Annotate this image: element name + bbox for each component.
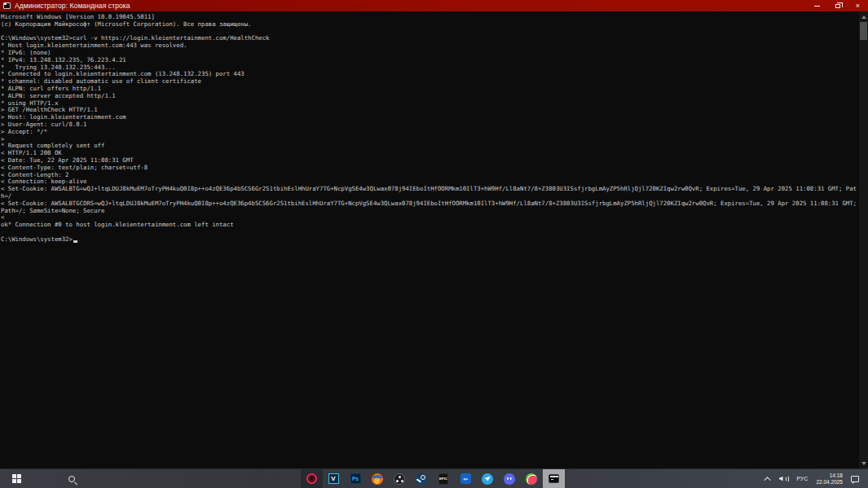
cmd-window-icon[interactable] <box>3 2 11 9</box>
language-indicator[interactable]: РУС <box>793 469 813 488</box>
windows-start-icon <box>12 474 21 483</box>
volume-button[interactable] <box>775 469 793 488</box>
close-icon: × <box>856 2 860 10</box>
cmd-window: Администратор: Командная строка × Micros… <box>0 0 868 468</box>
console-line <box>1 229 857 236</box>
console-line: > Accept: */* <box>1 129 857 136</box>
search-button[interactable] <box>55 469 88 488</box>
console-line: > GET /HealthCheck HTTP/1.1 <box>1 107 857 114</box>
text-cursor <box>73 240 77 243</box>
console-line: * schannel: disabled automatic use of cl… <box>1 78 857 86</box>
epic-games-icon[interactable]: EPIC <box>433 469 455 488</box>
minimize-icon <box>814 6 820 7</box>
pinned-apps: V Ps EPIC <box>301 469 565 488</box>
scroll-down-button[interactable] <box>859 459 868 468</box>
restore-button[interactable] <box>827 0 848 11</box>
console-line: ok* Connection #0 to host login.kleiente… <box>1 222 857 229</box>
search-icon <box>68 476 75 482</box>
start-button[interactable] <box>0 469 33 488</box>
obs-studio-icon[interactable] <box>389 469 411 488</box>
console-line: > Host: login.kleientertainment.com <box>1 114 857 121</box>
action-center-button[interactable] <box>847 469 863 488</box>
console-line: < Content-Length: 2 <box>1 172 857 179</box>
telegram-icon[interactable] <box>477 469 499 488</box>
console-line: * Request completely sent off <box>1 143 857 150</box>
console-line: > User-Agent: curl/8.0.1 <box>1 121 857 129</box>
orange-headset-app-icon[interactable] <box>367 469 389 488</box>
discord-icon[interactable] <box>499 469 521 488</box>
scroll-up-button[interactable] <box>859 12 868 21</box>
restore-icon <box>835 4 840 8</box>
console-line: < Set-Cookie: AWSALBTGCORS=wQJ+ltqLDUJ8k… <box>1 200 857 215</box>
console-scrollbar[interactable] <box>859 11 868 468</box>
sound-wave-icon <box>786 476 789 482</box>
window-title: Администратор: Командная строка <box>15 2 130 10</box>
console-line: * Host login.kleientertainment.com:443 w… <box>1 42 857 50</box>
minimize-button[interactable] <box>807 0 827 11</box>
clock-date: 22.04.2025 <box>816 479 843 486</box>
tray-overflow-button[interactable] <box>762 469 775 488</box>
speaker-icon <box>779 477 783 481</box>
taskbar: V Ps EPIC <box>0 468 868 488</box>
console-output: Microsoft Windows [Version 10.0.19045.50… <box>1 14 857 468</box>
steam-icon[interactable] <box>411 469 433 488</box>
action-center-icon <box>851 476 859 482</box>
prompt-line: C:\Windows\system32> <box>1 236 857 244</box>
chevron-up-icon <box>764 477 770 483</box>
close-button[interactable]: × <box>848 0 868 11</box>
system-tray: РУС 14:18 22.04.2025 <box>762 469 868 488</box>
console-line: < Content-Type: text/plain; charset=utf-… <box>1 165 857 172</box>
opera-gx-icon[interactable] <box>301 469 323 488</box>
console-line: * ALPN: server accepted http/1.1 <box>1 93 857 100</box>
console-line: > <box>1 136 857 143</box>
console-line: * using HTTP/1.x <box>1 100 857 108</box>
console-line: * IPv6: (none) <box>1 50 857 57</box>
colorful-circle-app-icon[interactable] <box>521 469 543 488</box>
command-prompt-taskbar-icon[interactable] <box>543 469 565 488</box>
window-controls: × <box>807 0 868 11</box>
scroll-up-icon <box>861 15 866 19</box>
photoshop-icon[interactable]: Ps <box>345 469 367 488</box>
scroll-down-icon <box>861 462 866 465</box>
language-label: РУС <box>797 476 809 481</box>
scrollbar-thumb[interactable] <box>860 22 867 40</box>
console-line: * IPv4: 13.248.132.235, 76.223.4.21 <box>1 57 857 64</box>
console-area[interactable]: Microsoft Windows [Version 10.0.19045.50… <box>0 11 868 468</box>
blue-xo-app-icon[interactable]: ×• <box>455 469 477 488</box>
clock[interactable]: 14:18 22.04.2025 <box>812 473 847 486</box>
desktop-screen: Администратор: Командная строка × Micros… <box>0 0 868 488</box>
prompt-text: C:\Windows\system32> <box>1 236 73 244</box>
window-titlebar[interactable]: Администратор: Командная строка × <box>0 0 868 11</box>
v-app-icon[interactable]: V <box>323 469 345 488</box>
console-line: (c) Корпорация Майкрософт (Microsoft Cor… <box>1 21 857 29</box>
clock-time: 14:18 <box>816 473 843 479</box>
console-line: * ALPN: curl offers http/1.1 <box>1 86 857 93</box>
console-line: < Set-Cookie: AWSALBTG=wQJ+ltqLDUJ8kMuEM… <box>1 186 857 200</box>
